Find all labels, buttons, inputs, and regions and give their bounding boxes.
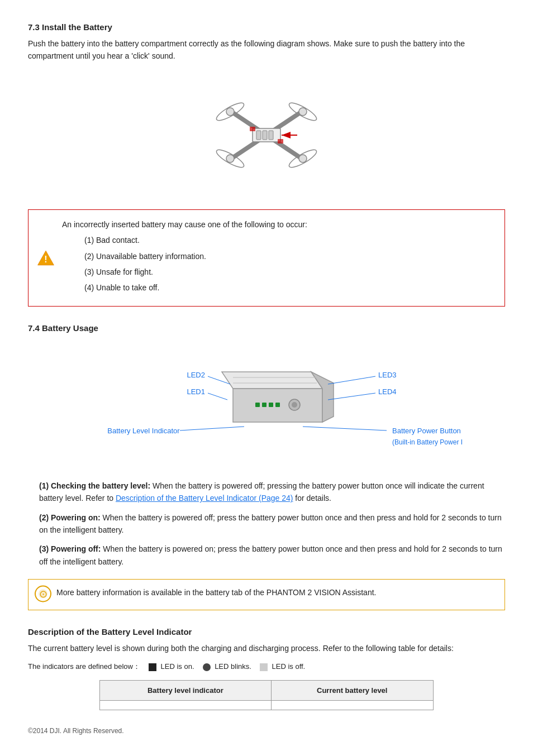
- svg-line-36: [328, 376, 375, 384]
- indicator-legend: The indicators are defined below： LED is…: [28, 662, 505, 672]
- led-blink-label: LED blinks.: [215, 662, 251, 671]
- svg-text:LED3: LED3: [378, 371, 397, 379]
- warning-intro: An incorrectly inserted battery may caus…: [62, 218, 493, 231]
- battery-level-table: Battery level indicator Current battery …: [99, 680, 434, 710]
- led-off-icon: [260, 663, 268, 671]
- item-check-battery: (1) Checking the battery level: When the…: [28, 480, 505, 505]
- table-row: [100, 700, 434, 710]
- info-box: ⊙ More battery information is available …: [28, 579, 505, 610]
- item2-bold: (2) Powering on:: [39, 513, 101, 522]
- svg-rect-27: [269, 403, 273, 407]
- battery-indicator-title: Description of the Battery Level Indicat…: [28, 627, 505, 637]
- svg-text:Battery Power Button: Battery Power Button: [392, 427, 461, 435]
- svg-rect-16: [250, 127, 255, 131]
- led-on-label: LED is on.: [161, 662, 194, 671]
- warning-item-3: (3) Unsafe for flight.: [62, 266, 493, 278]
- svg-text:LED1: LED1: [187, 387, 205, 396]
- battery-indicator-para1: The current battery level is shown durin…: [28, 642, 505, 654]
- section-73: 7.3 Install the Battery Push the battery…: [28, 22, 505, 307]
- svg-line-42: [303, 427, 387, 430]
- svg-rect-11: [256, 131, 261, 140]
- legend-intro: The indicators are defined below：: [28, 662, 140, 672]
- svg-rect-28: [275, 403, 280, 407]
- item3-text: When the battery is powered on; press th…: [39, 544, 502, 566]
- warning-item-4: (4) Unable to take off.: [62, 281, 493, 294]
- svg-line-34: [208, 393, 227, 400]
- item2-text: When the battery is powered off; press t…: [39, 513, 502, 534]
- battery-diagram-svg: LED2 LED1 LED3 LED4 Battery Level Indica…: [71, 344, 462, 467]
- svg-point-8: [226, 155, 234, 162]
- svg-text:(Built-in Battery Power Indica: (Built-in Battery Power Indicator): [392, 438, 462, 446]
- table-cell-level: [271, 700, 433, 710]
- svg-line-40: [180, 427, 244, 430]
- svg-rect-26: [262, 403, 266, 407]
- drone-battery-diagram: [28, 74, 505, 198]
- section-74-title: 7.4 Battery Usage: [28, 323, 505, 333]
- svg-point-9: [299, 155, 307, 162]
- info-text: More battery information is available in…: [56, 586, 376, 599]
- table-cell-indicator: [100, 700, 272, 710]
- led-blink-icon: [203, 663, 211, 671]
- svg-text:LED2: LED2: [187, 371, 205, 379]
- battery-indicator-link[interactable]: Description of the Battery Level Indicat…: [116, 494, 293, 503]
- warning-item-2: (2) Unavailable battery information.: [62, 250, 493, 262]
- item1-bold: (1) Checking the battery level:: [39, 481, 150, 490]
- svg-text:Battery  Level  Indicator: Battery Level Indicator: [107, 427, 180, 435]
- info-icon: ⊙: [34, 585, 52, 605]
- item-powering-on: (2) Powering on: When the battery is pow…: [28, 511, 505, 537]
- svg-rect-12: [263, 131, 267, 140]
- led-off-label: LED is off.: [272, 662, 306, 671]
- svg-point-7: [299, 108, 307, 116]
- warning-item-1: (1) Bad contact.: [62, 234, 493, 246]
- svg-marker-20: [222, 372, 322, 389]
- warning-box: ! An incorrectly inserted battery may ca…: [28, 209, 505, 307]
- led-blink-indicator: LED blinks.: [203, 662, 251, 671]
- footer-text: ©2014 DJI. All Rights Reserved.: [28, 727, 124, 735]
- drone-diagram-svg: [172, 74, 361, 197]
- svg-point-30: [292, 402, 297, 408]
- item3-bold: (3) Powering off:: [39, 544, 101, 553]
- led-off-indicator: LED is off.: [260, 662, 305, 671]
- led-on-indicator: LED is on.: [149, 662, 194, 671]
- footer: ©2014 DJI. All Rights Reserved.: [28, 727, 505, 735]
- warning-icon: !: [37, 249, 55, 267]
- svg-text:⊙: ⊙: [39, 588, 47, 600]
- led-on-icon: [149, 663, 156, 671]
- svg-line-38: [328, 393, 375, 400]
- table-col1-header: Battery level indicator: [100, 680, 272, 700]
- svg-text:LED4: LED4: [378, 387, 397, 396]
- table-col2-header: Current battery level: [271, 680, 433, 700]
- section-battery-indicator: Description of the Battery Level Indicat…: [28, 627, 505, 710]
- item1-end: for details.: [295, 494, 331, 503]
- battery-table-container: Battery level indicator Current battery …: [28, 680, 505, 710]
- svg-text:!: !: [44, 255, 47, 264]
- svg-rect-13: [269, 131, 273, 140]
- section-73-title: 7.3 Install the Battery: [28, 22, 505, 32]
- svg-point-6: [226, 108, 234, 116]
- item-powering-off: (3) Powering off: When the battery is po…: [28, 543, 505, 568]
- section-73-para1: Push the battery into the battery compar…: [28, 37, 505, 63]
- section-74: 7.4 Battery Usage: [28, 323, 505, 611]
- svg-rect-17: [278, 139, 283, 143]
- battery-usage-diagram: LED2 LED1 LED3 LED4 Battery Level Indica…: [28, 344, 505, 468]
- svg-rect-25: [255, 403, 260, 407]
